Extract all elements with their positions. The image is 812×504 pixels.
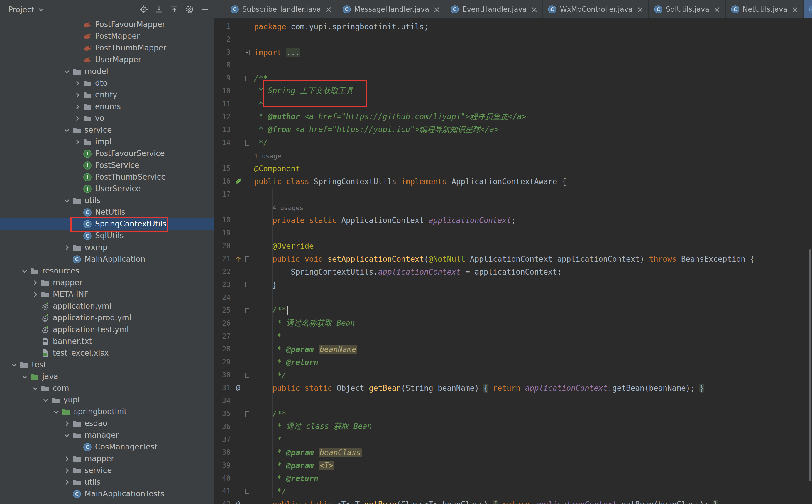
tree-item-test_excel.xlsx[interactable]: test_excel.xlsx bbox=[0, 347, 214, 359]
chevron-right-icon[interactable] bbox=[62, 466, 72, 475]
tree-item-esdao[interactable]: esdao bbox=[0, 418, 214, 429]
fold-end-icon[interactable] bbox=[243, 140, 251, 145]
tree-item-application-prod.yml[interactable]: application-prod.yml bbox=[0, 312, 214, 324]
tab-NetUtils.java[interactable]: CNetUtils.java× bbox=[725, 0, 803, 18]
tree-item-resources[interactable]: resources bbox=[0, 265, 214, 277]
tree-item-UserService[interactable]: IUserService bbox=[0, 183, 214, 195]
close-icon[interactable]: × bbox=[637, 5, 644, 13]
tree-item-java[interactable]: java bbox=[0, 371, 214, 383]
editor-line[interactable]: 4 usages bbox=[214, 201, 812, 214]
chevron-right-icon[interactable] bbox=[62, 478, 72, 487]
tree-item-springbootinit[interactable]: springbootinit bbox=[0, 406, 214, 418]
project-view-dropdown[interactable]: Project bbox=[8, 5, 49, 14]
code-editor[interactable]: 1package com.yupi.springbootinit.utils;2… bbox=[214, 19, 812, 504]
editor-line[interactable]: 18 private static ApplicationContext app… bbox=[214, 214, 812, 226]
chevron-right-icon[interactable] bbox=[72, 79, 83, 88]
fold-end-icon[interactable] bbox=[243, 282, 251, 287]
chevron-right-icon[interactable] bbox=[30, 290, 40, 299]
editor-line[interactable]: 1 usage bbox=[214, 149, 812, 162]
editor-line[interactable]: 41 */ bbox=[214, 485, 812, 498]
tree-item-impl[interactable]: impl bbox=[0, 136, 214, 148]
tree-item-PostThumbService[interactable]: IPostThumbService bbox=[0, 171, 214, 183]
tree-item-service[interactable]: service bbox=[0, 465, 214, 476]
chevron-down-icon[interactable] bbox=[62, 431, 72, 440]
fold-start-icon[interactable] bbox=[243, 308, 251, 313]
tree-item-CosManagerTest[interactable]: CCosManagerTest bbox=[0, 441, 214, 453]
chevron-down-icon[interactable] bbox=[19, 266, 30, 276]
chevron-right-icon[interactable] bbox=[72, 114, 83, 123]
close-icon[interactable]: × bbox=[325, 5, 332, 13]
settings-icon[interactable] bbox=[185, 5, 194, 14]
tree-item-dto[interactable]: dto bbox=[0, 77, 214, 89]
editor-line[interactable]: 28 * @param beanName bbox=[214, 343, 812, 356]
tree-item-vo[interactable]: vo bbox=[0, 113, 214, 124]
chevron-right-icon[interactable] bbox=[62, 419, 72, 428]
editor-line[interactable]: 23 } bbox=[214, 278, 812, 291]
tree-item-MainApplicationTests[interactable]: CMainApplicationTests bbox=[0, 488, 214, 500]
chevron-down-icon[interactable] bbox=[62, 196, 72, 205]
tree-item-mapper[interactable]: mapper bbox=[0, 453, 214, 465]
editor-line[interactable]: 34 bbox=[214, 394, 812, 407]
editor-line[interactable]: 2 bbox=[214, 33, 812, 46]
tree-item-application.yml[interactable]: application.yml bbox=[0, 300, 214, 312]
hide-icon[interactable] bbox=[200, 5, 209, 14]
chevron-right-icon[interactable] bbox=[62, 454, 72, 464]
editor-line[interactable]: 27 * bbox=[214, 330, 812, 343]
editor-line[interactable]: 17 bbox=[214, 188, 812, 201]
chevron-down-icon[interactable] bbox=[62, 67, 72, 76]
tree-item-utils[interactable]: utils bbox=[0, 476, 214, 488]
tab-EventHandler.java[interactable]: CEventHandler.java× bbox=[445, 0, 543, 18]
editor-line[interactable]: 3+import ... bbox=[214, 46, 812, 59]
tree-item-mapper[interactable]: mapper bbox=[0, 277, 214, 289]
editor-line[interactable]: 1package com.yupi.springbootinit.utils; bbox=[214, 20, 812, 33]
editor-line[interactable]: 9/** bbox=[214, 72, 812, 84]
editor-line[interactable]: 14 */ bbox=[214, 136, 812, 149]
tree-item-entity[interactable]: entity bbox=[0, 89, 214, 101]
editor-line[interactable]: 35 /** bbox=[214, 407, 812, 420]
chevron-down-icon[interactable] bbox=[19, 372, 30, 381]
editor-line[interactable]: 11 * bbox=[214, 97, 812, 110]
editor-line[interactable]: 12 * @author <a href="https://github.com… bbox=[214, 110, 812, 123]
tree-item-utils[interactable]: utils bbox=[0, 195, 214, 207]
chevron-down-icon[interactable] bbox=[62, 126, 72, 135]
editor-line[interactable]: 39 * @param <T> bbox=[214, 459, 812, 472]
tree-item-model[interactable]: model bbox=[0, 66, 214, 77]
tree-item-UserMapper[interactable]: UserMapper bbox=[0, 54, 214, 66]
bean-gutter-icon[interactable] bbox=[233, 177, 243, 186]
editor-line[interactable]: 15@Component bbox=[214, 162, 812, 175]
chevron-down-icon[interactable] bbox=[51, 407, 62, 417]
override-gutter-icon[interactable] bbox=[233, 254, 243, 263]
editor-line[interactable]: 8 bbox=[214, 59, 812, 72]
chevron-down-icon[interactable] bbox=[40, 395, 51, 405]
fold-start-icon[interactable] bbox=[243, 256, 251, 261]
tree-item-enums[interactable]: enums bbox=[0, 101, 214, 113]
tree-item-MainApplication[interactable]: CMainApplication bbox=[0, 253, 214, 265]
tree-item-service[interactable]: service bbox=[0, 124, 214, 136]
editor-line[interactable]: 31@ public static Object getBean(String … bbox=[214, 381, 812, 394]
chevron-right-icon[interactable] bbox=[62, 243, 72, 252]
at-gutter-icon[interactable]: @ bbox=[233, 384, 243, 392]
tree-item-manager[interactable]: manager bbox=[0, 429, 214, 441]
tree-scrollbar[interactable] bbox=[809, 249, 811, 481]
editor-line[interactable]: 30 */ bbox=[214, 368, 812, 381]
editor-line[interactable]: 21 public void setApplicationContext(@No… bbox=[214, 252, 812, 265]
locate-icon[interactable] bbox=[139, 5, 148, 14]
tree-item-wxmp[interactable]: wxmp bbox=[0, 242, 214, 253]
editor-line[interactable]: 38 * @param beanClass bbox=[214, 446, 812, 459]
collapse-all-icon[interactable] bbox=[170, 5, 179, 14]
tree-item-PostThumbMapper[interactable]: PostThumbMapper bbox=[0, 42, 214, 54]
tree-item-banner.txt[interactable]: banner.txt bbox=[0, 336, 214, 347]
editor-line[interactable]: 22 SpringContextUtils.applicationContext… bbox=[214, 265, 812, 278]
chevron-right-icon[interactable] bbox=[72, 137, 83, 147]
editor-line[interactable]: 36 * 通过 class 获取 Bean bbox=[214, 420, 812, 433]
editor-line[interactable]: 40 * @return bbox=[214, 472, 812, 485]
tree-item-application-test.yml[interactable]: application-test.yml bbox=[0, 324, 214, 336]
close-icon[interactable]: × bbox=[791, 5, 798, 13]
tree-item-PostMapper[interactable]: PostMapper bbox=[0, 31, 214, 42]
tree-item-NetUtils[interactable]: CNetUtils bbox=[0, 207, 214, 218]
editor-line[interactable]: 16public class SpringContextUtils implem… bbox=[214, 175, 812, 188]
close-icon[interactable]: × bbox=[531, 5, 537, 13]
panel-separator[interactable] bbox=[214, 0, 214, 504]
expand-all-icon[interactable] bbox=[154, 5, 164, 14]
editor-line[interactable]: 24 bbox=[214, 291, 812, 304]
